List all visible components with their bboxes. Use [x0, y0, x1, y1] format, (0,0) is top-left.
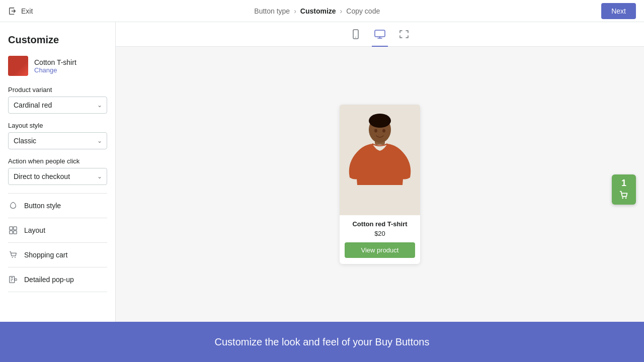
- product-variant-select[interactable]: Cardinal red Forest green Navy blue Heat…: [8, 97, 107, 114]
- preview-area: Cotton red T-shirt $20 View product 1: [116, 22, 644, 322]
- sidebar-item-layout[interactable]: Layout: [8, 218, 107, 243]
- svg-rect-7: [11, 278, 14, 278]
- svg-point-17: [369, 114, 391, 128]
- product-person-image: [340, 105, 420, 215]
- exit-icon: [8, 7, 17, 16]
- desktop-view-btn[interactable]: [372, 26, 388, 42]
- sidebar-item-detailed-popup-label: Detailed pop-up: [24, 276, 74, 284]
- breadcrumb: Button type › Customize › Copy code: [254, 7, 380, 15]
- bottom-banner: Customize the look and feel of your Buy …: [0, 322, 644, 362]
- desktop-icon: [374, 29, 385, 39]
- next-button[interactable]: Next: [601, 3, 636, 19]
- fullscreen-icon: [398, 29, 410, 39]
- breadcrumb-sep2: ›: [340, 7, 343, 15]
- product-card-name: Cotton red T-shirt: [345, 220, 415, 228]
- svg-rect-3: [14, 231, 17, 234]
- svg-rect-2: [10, 231, 13, 234]
- preview-content: Cotton red T-shirt $20 View product 1: [116, 47, 644, 322]
- product-card-image: [340, 105, 420, 215]
- exit-button[interactable]: Exit: [8, 7, 33, 16]
- svg-point-18: [374, 129, 377, 133]
- sidebar-item-shopping-cart-label: Shopping cart: [24, 251, 67, 259]
- svg-point-12: [355, 37, 356, 38]
- sidebar-item-layout-label: Layout: [24, 226, 45, 234]
- svg-point-4: [12, 257, 13, 258]
- action-label: Action when people click: [8, 157, 107, 165]
- breadcrumb-step3[interactable]: Copy code: [346, 7, 380, 15]
- view-product-button[interactable]: View product: [345, 242, 415, 258]
- product-card-body: Cotton red T-shirt $20 View product: [340, 215, 420, 264]
- product-name: Cotton T-shirt: [34, 58, 76, 66]
- action-field: Action when people click Direct to check…: [8, 157, 107, 185]
- mobile-icon: [351, 29, 361, 39]
- cart-count: 1: [621, 178, 626, 188]
- sidebar-item-detailed-popup[interactable]: Detailed pop-up: [8, 267, 107, 292]
- action-select-wrapper: Direct to checkout Add to cart Open prod…: [8, 168, 107, 185]
- layout-style-select[interactable]: Classic Modern Minimal: [8, 132, 107, 149]
- breadcrumb-sep1: ›: [294, 7, 296, 15]
- breadcrumb-step1[interactable]: Button type: [254, 7, 290, 15]
- product-variant-label: Product variant: [8, 86, 107, 94]
- svg-rect-13: [375, 30, 385, 37]
- svg-point-5: [15, 257, 16, 258]
- layout-style-label: Layout style: [8, 122, 107, 129]
- svg-rect-10: [15, 279, 17, 281]
- header: Exit Button type › Customize › Copy code…: [0, 0, 644, 22]
- cart-float-icon: [618, 190, 629, 201]
- svg-rect-8: [11, 279, 14, 280]
- main-layout: Customize Cotton T-shirt Change Product …: [0, 22, 644, 322]
- detailed-popup-icon: [8, 275, 18, 285]
- product-info: Cotton T-shirt Change: [34, 58, 76, 74]
- preview-toolbar: [116, 22, 644, 47]
- cart-float-button[interactable]: 1: [612, 174, 636, 205]
- product-thumbnail: [8, 56, 28, 76]
- svg-point-21: [625, 197, 627, 199]
- sidebar-nav: Button style Layout: [8, 193, 107, 292]
- product-change-link[interactable]: Change: [34, 66, 76, 74]
- mobile-view-btn[interactable]: [348, 26, 364, 42]
- sidebar: Customize Cotton T-shirt Change Product …: [0, 22, 116, 322]
- sidebar-title: Customize: [8, 34, 107, 46]
- svg-point-20: [622, 197, 623, 199]
- sidebar-item-button-style-label: Button style: [24, 202, 61, 210]
- product-card: Cotton red T-shirt $20 View product: [340, 105, 420, 264]
- svg-rect-1: [14, 227, 17, 230]
- breadcrumb-step2: Customize: [300, 7, 336, 15]
- svg-rect-0: [10, 227, 13, 230]
- layout-style-field: Layout style Classic Modern Minimal ⌄: [8, 122, 107, 149]
- svg-rect-9: [11, 281, 13, 281]
- product-variant-select-wrapper: Cardinal red Forest green Navy blue Heat…: [8, 97, 107, 114]
- product-card-price: $20: [345, 230, 415, 237]
- button-style-icon: [8, 201, 18, 211]
- layout-style-select-wrapper: Classic Modern Minimal ⌄: [8, 132, 107, 149]
- product-thumb-image: [8, 56, 28, 76]
- shopping-cart-icon: [8, 250, 18, 260]
- svg-point-19: [382, 129, 385, 133]
- sidebar-item-button-style[interactable]: Button style: [8, 194, 107, 218]
- product-section: Cotton T-shirt Change: [8, 56, 107, 76]
- exit-label: Exit: [21, 7, 33, 15]
- action-select[interactable]: Direct to checkout Add to cart Open prod…: [8, 168, 107, 185]
- bottom-banner-text: Customize the look and feel of your Buy …: [215, 336, 430, 348]
- layout-icon: [8, 225, 18, 235]
- sidebar-item-shopping-cart[interactable]: Shopping cart: [8, 243, 107, 267]
- fullscreen-view-btn[interactable]: [396, 26, 412, 42]
- product-variant-field: Product variant Cardinal red Forest gree…: [8, 86, 107, 114]
